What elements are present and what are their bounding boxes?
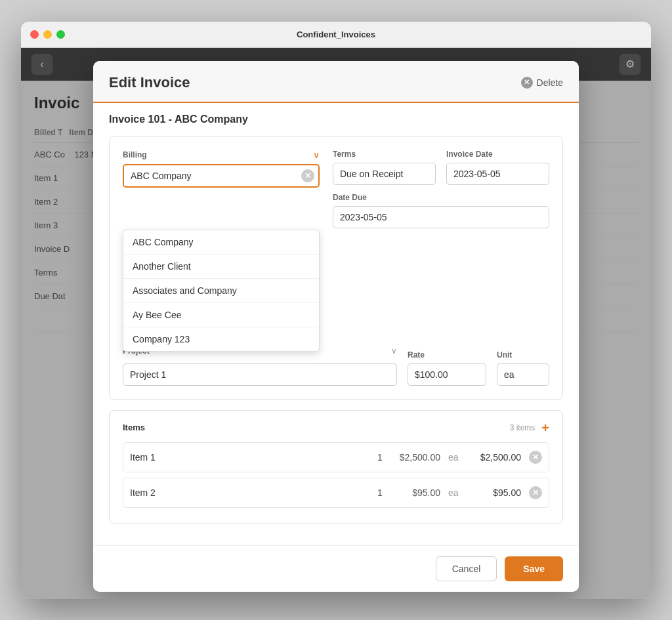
item-1-name: Item 1	[130, 452, 366, 463]
titlebar: Confident_Invoices	[21, 22, 651, 48]
unit-label: Unit	[497, 350, 549, 360]
dropdown-item-2[interactable]: Another Client	[123, 255, 319, 279]
top-form-card: Billing ∨ ✕ ABC Company	[109, 136, 563, 400]
delete-label: Delete	[537, 77, 563, 88]
delete-button[interactable]: ✕ Delete	[521, 77, 563, 89]
project-chevron-icon: ∨	[391, 346, 397, 356]
item-2-total: $95.00	[472, 487, 521, 498]
billing-clear-button[interactable]: ✕	[301, 169, 314, 182]
items-section: Items 3 items + Item 1 1 $2,500.00 ea	[109, 410, 563, 524]
unit-group: Unit	[497, 350, 549, 386]
modal-footer: Cancel Save	[93, 545, 579, 592]
billing-chevron-icon: ∨	[313, 150, 320, 160]
item-row-1: Item 1 1 $2,500.00 ea $2,500.00 ✕	[123, 442, 549, 472]
invoice-date-group: Invoice Date	[446, 150, 549, 185]
add-item-button[interactable]: +	[541, 421, 549, 434]
invoice-date-input[interactable]	[446, 163, 549, 185]
rate-group: Rate	[408, 350, 486, 386]
terms-label: Terms	[333, 150, 436, 159]
rate-input[interactable]	[408, 363, 486, 386]
items-count: 3 items	[510, 423, 536, 432]
dropdown-item-1[interactable]: ABC Company	[123, 230, 319, 255]
item-1-price: $2,500.00	[394, 452, 440, 463]
item-1-remove-button[interactable]: ✕	[529, 451, 542, 464]
save-button[interactable]: Save	[505, 556, 563, 581]
billing-input-wrap: ✕	[123, 164, 320, 188]
close-button[interactable]	[30, 30, 39, 39]
billing-input[interactable]	[123, 164, 320, 188]
top-form-area: Billing ∨ ✕ ABC Company	[123, 150, 549, 228]
dropdown-item-3[interactable]: Associates and Company	[123, 279, 319, 303]
right-form-col: Terms Invoice Date Date Due	[333, 150, 549, 228]
minimize-button[interactable]	[43, 30, 52, 39]
modal-backdrop: Edit Invoice ✕ Delete Invoice 101 - ABC …	[21, 48, 651, 599]
terms-group: Terms	[333, 150, 436, 185]
terms-input[interactable]	[333, 163, 436, 185]
date-due-label: Date Due	[333, 193, 549, 202]
invoice-subtitle: Invoice 101 - ABC Company	[109, 114, 563, 125]
billing-dropdown-list: ABC Company Another Client Associates an…	[123, 230, 320, 352]
terms-date-row: Terms Invoice Date	[333, 150, 549, 185]
cancel-button[interactable]: Cancel	[436, 556, 497, 581]
item-1-qty: 1	[373, 452, 387, 463]
date-due-group: Date Due	[333, 193, 549, 228]
item-row-2: Item 2 1 $95.00 ea $95.00 ✕	[123, 478, 549, 508]
item-2-price: $95.00	[394, 487, 440, 498]
item-2-name: Item 2	[130, 487, 366, 498]
app-body: ‹ ⚙ Invoic Billed T Item De Terms Due Da…	[21, 48, 651, 599]
modal-title: Edit Invoice	[109, 74, 190, 91]
billing-label-row: Billing ∨	[123, 150, 320, 160]
items-header: Items 3 items +	[123, 421, 549, 434]
window-controls	[30, 30, 65, 39]
date-due-input[interactable]	[333, 206, 549, 228]
unit-input[interactable]	[497, 363, 549, 386]
item-1-unit: ea	[448, 452, 464, 463]
mac-window: Confident_Invoices ‹ ⚙ Invoic Billed T I…	[21, 22, 651, 599]
window-title: Confident_Invoices	[297, 30, 375, 39]
project-row: Project ∨ Rate Unit	[123, 346, 549, 386]
billing-section: Billing ∨ ✕ ABC Company	[123, 150, 320, 228]
items-label: Items	[123, 423, 145, 432]
item-2-unit: ea	[448, 487, 464, 498]
modal-body: Invoice 101 - ABC Company Billing ∨	[93, 103, 579, 545]
billing-label: Billing	[123, 150, 147, 159]
dropdown-item-5[interactable]: Company 123	[123, 327, 319, 351]
item-2-remove-button[interactable]: ✕	[529, 486, 542, 499]
delete-icon: ✕	[521, 77, 533, 89]
project-group: Project ∨	[123, 346, 397, 386]
invoice-date-label: Invoice Date	[446, 150, 549, 159]
rate-label: Rate	[408, 350, 486, 360]
dropdown-item-4[interactable]: Ay Bee Cee	[123, 303, 319, 327]
item-2-qty: 1	[373, 487, 387, 498]
maximize-button[interactable]	[56, 30, 65, 39]
project-input[interactable]	[123, 363, 397, 386]
edit-invoice-modal: Edit Invoice ✕ Delete Invoice 101 - ABC …	[93, 61, 579, 592]
items-header-right: 3 items +	[510, 421, 549, 434]
item-1-total: $2,500.00	[472, 452, 521, 463]
modal-header: Edit Invoice ✕ Delete	[93, 61, 579, 103]
